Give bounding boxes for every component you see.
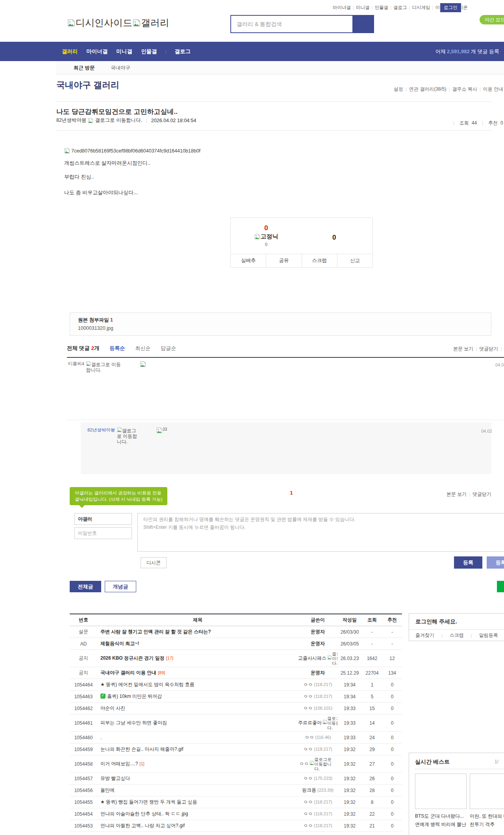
gallog-alt-text: 갤로그로 이동합니다. (327, 716, 337, 730)
post-link[interactable]: 주변 사람 잘 챙기고 인맥 관리 잘 할 것 같은 스타는? (100, 629, 211, 634)
site-logo[interactable]: 디시인사이드 갤러리 (67, 17, 169, 29)
author-nick[interactable]: 고졸사시패스 (298, 655, 326, 661)
author-nick[interactable]: 운영자 (311, 629, 325, 634)
utility-link-3[interactable]: 갤로그 (393, 5, 407, 10)
nav-item-4[interactable]: 갤로그 (175, 48, 191, 55)
dccon-button[interactable]: 디시콘 (141, 557, 167, 568)
comment-view-link-1[interactable]: 댓글닫기 (472, 491, 491, 497)
tab-best-posts[interactable]: 개념글 (105, 581, 136, 592)
gallery-meta-link-3[interactable]: 이용 안내 (483, 86, 503, 92)
author-nick[interactable]: ㅇㅇ (303, 705, 313, 711)
post-link[interactable]: ★ 뚱퀴) 에어컨 밑에서도 땀이 육수처럼 흐름 (100, 682, 195, 687)
comment-sort-0[interactable]: 등록순 (109, 345, 125, 351)
vote-button-3[interactable]: 신고 (350, 257, 360, 264)
post-link[interactable]: 언냐의 아찔한 고백.. 나랑 자고 싶어?.gif (100, 823, 185, 828)
author-nick[interactable]: ㅇㅇ (303, 775, 313, 781)
tooltip-line: 갤닉네임입니다. (삭제 시 닉네임 등록 가능) (75, 496, 162, 502)
nav-item-1[interactable]: 마이너갤 (87, 48, 108, 55)
comment-password-input[interactable] (74, 527, 132, 539)
gallog-broken-link[interactable]: 갤로그로 이동합니다. (327, 651, 337, 666)
post-link[interactable]: 국내야구 갤러리 이용 안내 (100, 670, 156, 675)
utility-link-4[interactable]: 디시게임 (412, 5, 430, 10)
nav-item-3[interactable]: 인물갤 (141, 48, 157, 55)
post-link[interactable]: 제철음식이 최고~! (100, 641, 139, 646)
best-item[interactable]: 이란, 또 한대의 미 35 전투기 격추 (470, 774, 504, 829)
comment-view-link-1[interactable]: 댓글닫기 (479, 346, 498, 351)
comment-total-count: 2 (91, 345, 94, 351)
upvote-area[interactable]: 0 고정닉 0 (231, 224, 302, 247)
gallery-meta-link-0[interactable]: 설정 (394, 86, 403, 92)
login-box-button-1[interactable]: 스크랩 (450, 632, 464, 639)
gallog-broken-link[interactable]: 갤로그로 이동합니다. (322, 716, 337, 730)
author-nick[interactable]: 운영자 (311, 641, 325, 646)
post-link[interactable]: 흠퀴) 10km 미만은 뛰어감 (107, 694, 162, 699)
comment-submit-secondary-button[interactable]: 등록 (487, 556, 504, 569)
post-author[interactable]: 82년생박야붕 (56, 117, 86, 124)
post-link[interactable]: 올만에 (100, 787, 115, 793)
vote-box: 0 고정닉 0 0 실베추공유스크랩신고 (230, 218, 373, 268)
post-link[interactable]: 유방 빨고싶다 (100, 775, 130, 781)
comment-author[interactable]: 티롱씨4 (68, 361, 84, 366)
nickname-tooltip: 야갤러는 갤러리에서 권장하는 비회원 전용 갤닉네임입니다. (삭제 시 닉네… (70, 487, 167, 505)
author-nick[interactable]: ㅇㅇ (304, 735, 314, 740)
comment-view-link-0[interactable]: 본문 보기 (447, 491, 467, 497)
comment-pagination[interactable]: 1 (276, 490, 307, 496)
post-link[interactable]: 눈나의 화끈한 손길.. 마사지 해줄까?.gif (100, 746, 183, 752)
author-nick[interactable]: ㅇㅇ (303, 799, 313, 805)
gallery-meta-link-2[interactable]: 갤주소 복사 (452, 86, 477, 92)
post-link[interactable]: . (100, 735, 102, 740)
author-nick[interactable]: ㅇㅇ (303, 746, 313, 752)
vote-button-0[interactable]: 실베추 (241, 257, 256, 264)
vote-button-2[interactable]: 스크랩 (312, 257, 327, 264)
author-nick[interactable]: 운영자 (311, 670, 325, 675)
comment-view-link-0[interactable]: 본문 보기 (453, 346, 473, 351)
post-link[interactable]: 이거 어때보임....? (100, 761, 138, 766)
comment-textarea[interactable]: 타인의 권리를 침해하거나 명예를 훼손하는 댓글은 운영원칙 및 관련 법률에… (137, 513, 504, 552)
author-nick[interactable]: ㅇㅇ (303, 811, 313, 816)
utility-link-0[interactable]: 마이너갤 (333, 5, 351, 10)
night-mode-button[interactable]: 야간 모드 (480, 15, 504, 24)
comment-sort-2[interactable]: 답글순 (161, 345, 176, 351)
author-nick[interactable]: 주르르좋아 (298, 720, 322, 725)
realtime-best-header: 실시간 베스트 1/ (415, 759, 504, 766)
post-link[interactable]: ★ 뚱퀴) 빵집 들어가면 쟁반 두 개씩 들고 싶음 (100, 799, 197, 805)
login-box-button-2[interactable]: 알림등록 (479, 632, 498, 639)
comment-sort-1[interactable]: 최신순 (135, 345, 150, 351)
login-button[interactable]: 로그인 (440, 3, 461, 12)
gallery-meta-link-1[interactable]: 연관 갤러리(38/5) (409, 86, 447, 92)
comment-nickname-input[interactable] (74, 513, 132, 525)
post-link[interactable]: 2026 KBO 정규시즌 경기 일정 (100, 655, 165, 661)
post-link[interactable]: 야순이 사진 (100, 705, 125, 711)
author-nick[interactable]: ㅇㅇ (303, 823, 313, 828)
table-row: 1054452육봉 핥아줄 야순이없나ㅇㅇ(211.235)19:32110 (70, 832, 402, 835)
best-item[interactable]: BTS도 군대 다녀왔다... 연예계 병력 비리에 뿔난 (415, 774, 467, 829)
attachment-file-link[interactable]: 1000031320.jpg (78, 325, 113, 331)
utility-link-2[interactable]: 인물갤 (375, 5, 389, 10)
login-box-button-0[interactable]: 즐겨찾기 (415, 632, 434, 639)
author-nick[interactable]: ㅇㅇ (303, 682, 313, 687)
gallog-broken-link[interactable]: 갤로그로 이동합니다. (309, 757, 336, 771)
utility-link-1[interactable]: 미니갤 (356, 5, 370, 10)
post-title-cell: 주변 사람 잘 챙기고 인맥 관리 잘 할 것 같은 스타는? (97, 626, 298, 638)
author-nick[interactable]: ㅇㅇ (303, 694, 313, 699)
recent-gallery-tab[interactable]: 국내야구 (111, 65, 130, 71)
post-link[interactable]: 언냐의 아슬아슬한 단추 상태.. 헉 ㄷㄷ.jpg (100, 811, 188, 816)
comment-author[interactable]: 82년생박야붕 (87, 428, 115, 432)
post-link[interactable]: 피부는 그냥 세수만 하면 좋아짐 (100, 720, 167, 725)
write-post-button[interactable]: 글쓰기 (497, 581, 504, 592)
nav-item-2[interactable]: 미니갤 (117, 48, 133, 55)
author-nick[interactable]: 핑크퐁 (302, 787, 316, 793)
gallog-broken-link[interactable]: 갤로그로 이동합니다. (117, 427, 139, 444)
nav-item-0[interactable]: 갤러리 (62, 48, 78, 55)
search-submit-button[interactable] (352, 15, 374, 33)
tab-all-posts[interactable]: 전체글 (70, 581, 101, 592)
author-nick[interactable]: ㅇㅇ (299, 761, 309, 766)
vote-button-1[interactable]: 공유 (279, 257, 289, 264)
gallery-title[interactable]: 국내야구 갤러리 (56, 79, 119, 91)
post-views: 15 (362, 703, 382, 714)
gallog-broken-link[interactable]: 갤로그로 이동합니다. (86, 361, 122, 373)
fixed-nick-label: 고정닉 (261, 233, 278, 240)
attachment-label-text: 원본 첨부파일 (78, 317, 109, 323)
search-input[interactable] (230, 15, 363, 33)
comment-submit-button[interactable]: 등록 (454, 556, 482, 569)
